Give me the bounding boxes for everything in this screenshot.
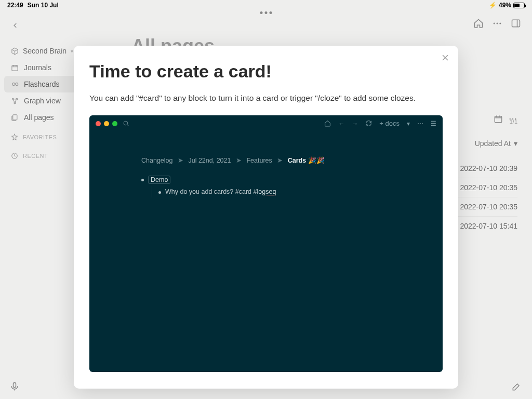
modal-title: Time to create a card! [89, 61, 443, 82]
demo-menu-icon: ☰ [431, 120, 436, 127]
demo-more-icon: ⋯ [417, 120, 423, 127]
bc-cards: Cards 🎉🎉 [288, 157, 325, 164]
zoom-dot-icon [112, 121, 117, 126]
demo-refresh-icon [365, 120, 372, 127]
b2-text: Why do you add cards? #card # [165, 188, 257, 195]
demo-bullet1: Demo [148, 176, 170, 184]
onboarding-modal: Time to create a card! You can add "#car… [74, 46, 458, 389]
window-traffic-lights [96, 121, 117, 126]
demo-bullet2: Why do you add cards? #card #logseq [165, 188, 276, 195]
demo-fwd-icon: → [352, 120, 358, 127]
bc-date: Jul 22nd, 2021 [188, 157, 231, 164]
demo-toolbar: ← → + docs ▾ ⋯ ☰ [324, 119, 436, 127]
close-dot-icon [96, 121, 101, 126]
bc-changelog: Changelog [141, 157, 172, 164]
bc-features: Features [246, 157, 272, 164]
demo-add-docs: + docs [379, 119, 400, 127]
minimize-dot-icon [104, 121, 109, 126]
demo-screenshot: ← → + docs ▾ ⋯ ☰ Changelog ➤ Jul 22nd, 2… [89, 115, 443, 372]
demo-breadcrumbs: Changelog ➤ Jul 22nd, 2021 ➤ Features ➤ … [89, 131, 443, 169]
demo-search-icon [123, 120, 129, 127]
close-button[interactable] [441, 53, 450, 62]
demo-bullet: Demo [141, 174, 391, 186]
demo-dd-icon: ▾ [407, 120, 410, 127]
bc-sep-icon: ➤ [233, 157, 245, 164]
demo-home-icon [324, 120, 331, 127]
bc-sep-icon: ➤ [175, 157, 187, 164]
svg-point-15 [124, 121, 128, 125]
b2-tag: logseq [257, 188, 276, 195]
modal-body: You can add "#card" to any block to turn… [89, 92, 443, 104]
bc-sep-icon: ➤ [274, 157, 286, 164]
demo-back-icon: ← [338, 120, 344, 127]
bullet-icon [141, 179, 144, 181]
bullet-icon [158, 191, 161, 194]
demo-bullet: Why do you add cards? #card #logseq [152, 186, 391, 197]
